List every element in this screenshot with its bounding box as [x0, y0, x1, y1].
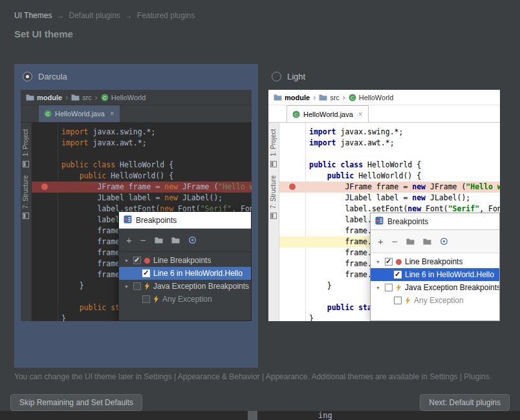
- add-icon: +: [378, 236, 384, 246]
- code-line: JFrame frame = new JFrame ("Hello wo: [32, 182, 252, 193]
- breakpoints-dialog-title: Breakpoints: [136, 216, 177, 225]
- code-token: "Hello wo: [466, 182, 500, 191]
- breakpoints-tree: ▼Line BreakpointsLine 6 in HelloWorld.He…: [119, 252, 251, 320]
- code-token: public sta: [80, 303, 124, 312]
- breakpoint-icon: [289, 184, 296, 190]
- close-tab-icon: ×: [110, 109, 114, 118]
- remove-icon: −: [140, 235, 146, 245]
- java-class-icon: C: [44, 110, 52, 118]
- breadcrumb-item-label: HelloWorld: [359, 94, 394, 101]
- expand-arrow-icon: ▼: [374, 286, 382, 290]
- tool-window-button: 1: Project: [270, 129, 277, 156]
- breakpoints-tree-item: Any Exception: [371, 294, 499, 307]
- code-token: frame.: [61, 270, 124, 279]
- line-breakpoint-icon: [144, 258, 150, 264]
- breakpoints-toolbar: +−: [119, 229, 251, 252]
- code-token: frame.: [61, 226, 124, 235]
- breakpoints-tree-item: ▼Java Exception Breakpoints: [371, 281, 499, 294]
- code-token: frame.: [309, 270, 372, 279]
- code-token: JLabel();: [426, 193, 470, 202]
- code-line: JLabel label = new JLabel();: [279, 193, 500, 204]
- theme-option-light[interactable]: Light module›src›CHelloWorldCHelloWorld.…: [268, 64, 500, 368]
- tool-window-button: 1: Project: [22, 129, 29, 156]
- code-token: HelloWorld {: [367, 160, 421, 169]
- breakpoint-checkbox: [385, 258, 393, 266]
- light-radio-row[interactable]: Light: [272, 72, 305, 81]
- code-token: frame.: [309, 226, 372, 235]
- code-token: import: [61, 138, 89, 147]
- editor-tab-label: HelloWorld.java: [303, 110, 353, 118]
- editor-breadcrumb-bar: module›src›CHelloWorld: [268, 90, 500, 105]
- light-preview-image: module›src›CHelloWorldCHelloWorld.java×1…: [268, 90, 500, 321]
- code-token: import: [61, 127, 89, 136]
- expand-arrow-icon: ▼: [123, 284, 130, 289]
- code-line: public HelloWorld() {: [32, 171, 252, 182]
- code-token: javax.awt.*;: [336, 138, 395, 147]
- code-line: JFrame frame = new JFrame ("Hello wo: [279, 182, 500, 193]
- exception-breakpoint-icon: [396, 284, 402, 291]
- darcula-radio-row[interactable]: Darcula: [23, 72, 67, 81]
- code-token: JFrame frame =: [61, 182, 164, 191]
- code-line: import javax.awt.*;: [32, 138, 252, 149]
- chevron-separator-icon: ›: [313, 93, 316, 102]
- background-text-fragment: ing: [318, 411, 332, 420]
- breadcrumb-item-label: src: [330, 94, 340, 101]
- code-token: new: [412, 193, 426, 202]
- code-token: [61, 171, 80, 180]
- code-token: HelloWorld {: [120, 160, 173, 169]
- code-token: "Hello wo: [218, 182, 252, 191]
- step-default-plugins: Default plugins: [69, 11, 120, 20]
- module-folder-icon: [26, 94, 34, 101]
- theme-option-darcula[interactable]: Darcula module›src›CHelloWorldCHelloWorl…: [14, 64, 258, 368]
- arrow-separator: →: [56, 11, 64, 20]
- breakpoint-checkbox: [385, 284, 393, 291]
- breakpoints-tree-item-label: Line Breakpoints: [405, 257, 462, 266]
- code-token: import: [309, 127, 336, 136]
- breadcrumb-item: module: [274, 94, 310, 101]
- breakpoints-tree-item-label: Line Breakpoints: [153, 256, 211, 265]
- breadcrumb-item-label: module: [37, 94, 62, 101]
- code-token: [309, 171, 327, 180]
- breadcrumb-item: module: [26, 94, 62, 101]
- breakpoints-tree-item: ▼Java Exception Breakpoints: [119, 280, 251, 293]
- java-class-icon: C: [292, 110, 300, 118]
- code-token: "Serif": [448, 204, 479, 213]
- code-token: JLabel label =: [309, 193, 412, 202]
- breadcrumb-item: CHelloWorld: [101, 94, 146, 101]
- code-line: public class HelloWorld {: [32, 160, 252, 171]
- code-token: HelloWorld() {: [354, 171, 421, 180]
- chevron-separator-icon: ›: [95, 93, 98, 102]
- footer-note: You can change the UI theme later in Set…: [14, 372, 492, 381]
- skip-remaining-button[interactable]: Skip Remaining and Set Defaults: [10, 394, 142, 411]
- class-icon: C: [349, 94, 356, 101]
- code-token: JLabel();: [178, 193, 222, 202]
- code-token: [309, 303, 327, 312]
- next-default-plugins-button[interactable]: Next: Default plugins: [420, 394, 510, 411]
- setup-wizard: UI Themes → Default plugins → Featured p…: [0, 0, 520, 420]
- move-to-group-icon: [423, 238, 431, 245]
- exception-breakpoint-icon: [405, 297, 411, 304]
- code-token: new: [407, 204, 421, 213]
- darcula-radio-button[interactable]: [23, 72, 32, 81]
- code-token: frame.: [309, 259, 372, 268]
- breakpoints-dialog-titlebar: Breakpoints: [371, 213, 499, 230]
- project-tool-window-icon: [23, 161, 29, 169]
- code-line: JLabel label = new JLabel();: [32, 193, 252, 204]
- editor-tab-label: HelloWorld.java: [55, 110, 105, 118]
- code-token: public: [80, 171, 107, 180]
- step-featured-plugins: Featured plugins: [137, 11, 195, 20]
- light-radio-button[interactable]: [272, 72, 281, 81]
- code-line: import javax.awt.*;: [279, 138, 500, 149]
- group-by-icon: [406, 238, 415, 245]
- svg-text:C: C: [351, 94, 354, 100]
- breakpoints-tree-item-label: Java Exception Breakpoints: [153, 282, 249, 291]
- code-token: frame.: [309, 237, 372, 246]
- breakpoints-dialog-icon: [124, 215, 132, 226]
- code-token: , Font: [479, 204, 500, 213]
- code-token: public class: [309, 160, 367, 169]
- code-token: import: [309, 138, 336, 147]
- breadcrumb-item: CHelloWorld: [349, 94, 394, 101]
- code-token: public class: [61, 160, 120, 169]
- line-breakpoint-icon: [396, 259, 402, 265]
- group-by-icon: [155, 236, 163, 244]
